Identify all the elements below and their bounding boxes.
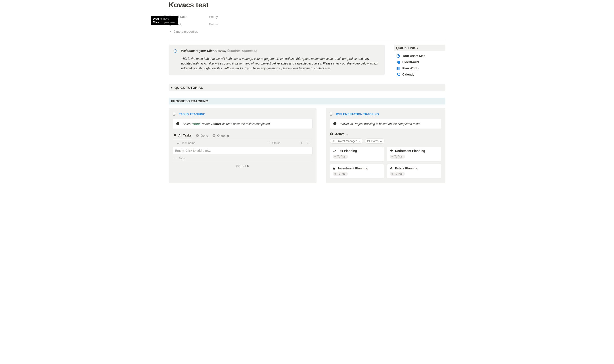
card-tax-planning[interactable]: Tax Planning To Plan [330, 147, 384, 161]
svg-point-59 [334, 140, 335, 141]
card-investment-planning[interactable]: Investment Planning To Plan [330, 164, 384, 179]
chevron-down-icon [169, 30, 172, 33]
svg-rect-22 [398, 61, 400, 64]
property-label: s Left [174, 23, 209, 26]
quicklinks-panel: QUICK LINKS Your Asset Map SideDrawer Pl… [394, 45, 445, 78]
svg-point-35 [196, 134, 199, 137]
tracking-icon [173, 112, 177, 116]
svg-line-18 [176, 52, 177, 52]
column-status[interactable]: Status [266, 141, 297, 145]
drag-tooltip: Drag to move Click to open menu [151, 16, 178, 25]
more-properties-toggle[interactable]: 2 more properties [169, 28, 445, 35]
column-task-name[interactable]: Aa Task name [175, 141, 266, 145]
svg-rect-56 [335, 123, 335, 125]
svg-point-37 [269, 142, 270, 142]
status-loader-icon [268, 141, 271, 145]
svg-rect-51 [330, 113, 332, 113]
property-row-end-date[interactable]: End Date Empty [169, 13, 445, 21]
quicklink-label: Your Asset Map [402, 54, 425, 58]
more-options-button[interactable] [305, 143, 313, 143]
svg-point-33 [178, 123, 178, 123]
quick-tutorial-toggle[interactable]: ▶ QUICK TUTORIAL [169, 84, 445, 91]
flag-icon [174, 134, 177, 137]
property-value[interactable]: Empty [209, 23, 218, 26]
svg-rect-29 [173, 113, 175, 113]
svg-rect-34 [178, 123, 178, 125]
welcome-callout: Welcome to your Client Portal, @Andrea T… [169, 45, 385, 75]
star-icon [330, 132, 333, 136]
svg-point-46 [307, 143, 308, 143]
tasks-tracking-title: TASKS TRACKING [173, 112, 313, 116]
svg-rect-60 [367, 140, 369, 142]
trend-icon [333, 149, 336, 153]
tab-ongoing[interactable]: Ongoing [212, 132, 229, 139]
quicklink-sidedrawer[interactable]: SideDrawer [395, 59, 445, 65]
svg-point-47 [308, 143, 309, 143]
svg-point-58 [333, 140, 334, 141]
filter-dates[interactable]: Dates ⌄ [365, 139, 385, 143]
info-icon [176, 122, 180, 126]
lock-icon [333, 167, 336, 170]
tab-all-tasks[interactable]: All Tasks [173, 132, 192, 139]
svg-line-17 [175, 50, 175, 51]
tracking-icon [330, 112, 334, 116]
property-row-s-left[interactable]: s Left Empty [169, 21, 445, 28]
svg-rect-64 [391, 169, 392, 169]
tasks-tabs: All Tasks Done Ongoing [173, 132, 313, 139]
status-badge: To Plan [333, 155, 348, 159]
status-badge: To Plan [390, 172, 405, 176]
status-badge: To Plan [333, 172, 348, 176]
quicklink-calendy[interactable]: Calendy [395, 71, 445, 78]
svg-point-42 [268, 143, 269, 143]
active-view-selector[interactable]: Active ⌄ [330, 132, 348, 136]
pie-icon [396, 54, 400, 58]
phone-icon [396, 72, 400, 77]
welcome-text: Welcome to your Client Portal, @Andrea T… [181, 49, 380, 71]
svg-rect-28 [399, 67, 400, 70]
tasks-tracking-panel: TASKS TRACKING Select 'Done' under 'Stat… [169, 108, 317, 183]
arrow-circle-icon [212, 134, 216, 137]
people-icon [332, 140, 335, 143]
sparkle-icon [173, 49, 178, 53]
divider [169, 39, 445, 39]
quicklink-plan-worth[interactable]: Plan Worth [395, 65, 445, 71]
page-title[interactable]: Kovacs test [169, 0, 445, 9]
more-properties-label: 2 more properties [174, 30, 198, 33]
svg-rect-24 [397, 67, 398, 70]
svg-rect-63 [333, 168, 335, 169]
svg-line-19 [176, 50, 177, 51]
property-value[interactable]: Empty [209, 15, 218, 19]
drawer-icon [396, 60, 400, 64]
svg-point-43 [269, 142, 269, 143]
implementation-tracking-title: IMPLEMENTATION TRACKING [330, 112, 441, 116]
svg-rect-26 [398, 67, 399, 70]
quicklinks-header: QUICK LINKS [394, 45, 445, 51]
triangle-right-icon: ▶ [171, 86, 173, 89]
quicklink-asset-map[interactable]: Your Asset Map [395, 53, 445, 59]
card-retirement-planning[interactable]: Retirement Planning To Plan [387, 147, 441, 161]
svg-rect-31 [173, 115, 175, 116]
svg-point-55 [335, 123, 335, 123]
card-estate-planning[interactable]: Estate Planning To Plan [387, 164, 441, 179]
chevron-down-icon: ⌄ [358, 139, 361, 143]
implementation-tracking-panel: IMPLEMENTATION TRACKING Individual Proje… [326, 108, 445, 183]
calendar-icon [367, 140, 370, 143]
row-count: COUNT0 [173, 162, 313, 168]
svg-point-40 [270, 143, 270, 144]
quicklink-label: SideDrawer [402, 60, 419, 64]
section-label: PROGRESS TRACKING [171, 99, 208, 103]
svg-rect-52 [331, 114, 333, 114]
quicklink-label: Plan Worth [402, 66, 419, 70]
add-column-button[interactable] [297, 142, 305, 144]
new-row-button[interactable]: New [173, 154, 313, 162]
empty-table-row[interactable]: Empty. Click to add a row. [173, 147, 313, 154]
tab-done[interactable]: Done [195, 132, 208, 139]
svg-rect-23 [397, 67, 397, 70]
chevron-down-icon: ⌄ [346, 133, 348, 135]
filter-project-manager[interactable]: Project Manager ⌄ [330, 139, 363, 143]
umbrella-icon [390, 149, 393, 153]
svg-point-41 [269, 143, 269, 144]
barcode-icon [396, 66, 400, 70]
user-mention[interactable]: @Andrea Thompson [227, 49, 257, 52]
section-label: QUICK TUTORIAL [175, 86, 203, 90]
